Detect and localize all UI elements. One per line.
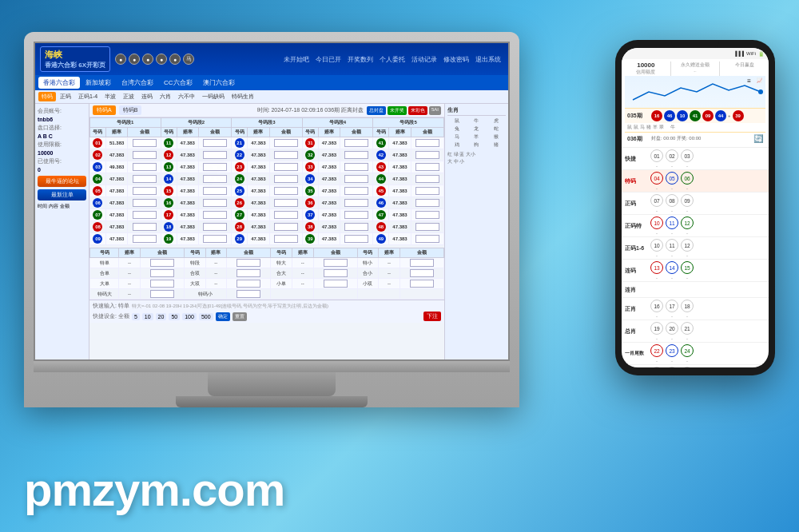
btn-sao[interactable]: 5AI — [429, 106, 441, 115]
bet-input-21[interactable] — [274, 139, 298, 147]
submenu-zb[interactable]: 正波 — [120, 92, 137, 101]
bet-input-19[interactable] — [203, 235, 227, 243]
bet-input-xdan[interactable] — [324, 280, 348, 288]
submenu-lbz[interactable]: 六不中 — [175, 92, 198, 101]
bet-input-37[interactable] — [344, 211, 368, 219]
btn-best-forum[interactable]: 最牛逼的论坛 — [38, 176, 86, 187]
bet-input-ddan[interactable] — [150, 280, 174, 288]
bet-input-11[interactable] — [203, 139, 227, 147]
bet-opt-15[interactable]: 15 .. — [681, 261, 694, 280]
nav-password[interactable]: 修改密码 — [441, 54, 471, 65]
bet-opt-20[interactable]: 20 .. — [666, 322, 678, 340]
bet-input-dsh[interactable] — [237, 280, 260, 288]
bet-input-48[interactable] — [415, 223, 439, 231]
bet-opt-26[interactable]: 26 .. — [666, 367, 678, 367]
bet-input-tda[interactable] — [324, 259, 348, 267]
tab-tm-b[interactable]: 特码B — [119, 105, 142, 115]
menu-hk[interactable]: 香港六合彩 — [38, 77, 80, 89]
bet-input-tdan[interactable] — [150, 259, 174, 267]
bet-opt-z12[interactable]: 12 .. — [681, 239, 694, 257]
bet-opt-02[interactable]: 02 .. — [666, 149, 678, 168]
nav-draw[interactable]: 开奖数列 — [345, 54, 376, 65]
amount-20[interactable]: 20 — [156, 313, 167, 320]
menu-cc[interactable]: CC六合彩 — [159, 77, 197, 89]
submenu-zm14[interactable]: 正码1-4 — [75, 92, 101, 101]
bet-input-29[interactable] — [274, 235, 298, 243]
amount-50[interactable]: 50 — [169, 313, 180, 320]
bet-opt-12[interactable]: 12 .. — [681, 216, 694, 235]
bet-opt-03[interactable]: 03 .. — [681, 149, 694, 168]
menu-sg[interactable]: 新加坡彩 — [81, 77, 116, 89]
bet-input-47[interactable] — [415, 211, 439, 219]
bet-input-14[interactable] — [203, 175, 227, 183]
bet-input-hsh[interactable] — [237, 269, 260, 277]
bet-input-35[interactable] — [344, 187, 368, 195]
submenu-lm[interactable]: 连码 — [138, 92, 156, 101]
bet-input-22[interactable] — [274, 151, 298, 159]
bet-input-42[interactable] — [415, 151, 439, 159]
bet-opt-13[interactable]: 13 .. — [650, 261, 663, 280]
bet-opt-07[interactable]: 07 .. — [650, 194, 663, 212]
submenu-ymqm[interactable]: 一码缺码 — [199, 92, 228, 101]
submenu-bbo[interactable]: 半波 — [101, 92, 119, 101]
bet-input-44[interactable] — [415, 175, 439, 183]
btn-reset-monitor[interactable]: 重置 — [233, 312, 247, 321]
menu-tw[interactable]: 台湾六合彩 — [117, 77, 158, 89]
bet-opt-19[interactable]: 19 .. — [650, 322, 663, 340]
bet-input-12[interactable] — [203, 151, 227, 159]
bet-input-hxi[interactable] — [410, 269, 434, 277]
btn-total[interactable]: 总封盘 — [367, 106, 386, 115]
bet-input-01[interactable] — [133, 139, 157, 147]
bet-input-08[interactable] — [133, 223, 157, 231]
bet-opt-21[interactable]: 21 .. — [681, 322, 694, 340]
bet-input-04[interactable] — [133, 175, 157, 183]
bet-opt-17[interactable]: 17 .. — [666, 300, 678, 318]
bet-input-hda[interactable] — [324, 269, 348, 277]
btn-ok[interactable]: 确定 — [216, 312, 230, 321]
bet-input-46[interactable] — [415, 199, 439, 207]
bet-input-13[interactable] — [203, 163, 227, 171]
bet-input-tduan[interactable] — [237, 259, 260, 267]
bet-input-32[interactable] — [344, 151, 368, 159]
bet-input-41[interactable] — [415, 139, 439, 147]
bet-opt-10[interactable]: 10 .. — [650, 216, 663, 235]
bet-opt-14[interactable]: 14 .. — [666, 261, 678, 280]
bet-input-09[interactable] — [133, 235, 157, 243]
tab-tm-a[interactable]: 特码A — [93, 105, 116, 115]
bet-input-xsh[interactable] — [410, 280, 434, 288]
btn-latest-bet[interactable]: 最新注单 — [38, 189, 86, 200]
amount-500[interactable]: 500 — [199, 313, 213, 320]
nav-commission[interactable]: 个人委托 — [377, 54, 407, 65]
menu-icon[interactable]: ≡ — [747, 77, 751, 85]
bet-opt-z11[interactable]: 11 .. — [666, 239, 678, 257]
nav-today[interactable]: 今日已开 — [313, 54, 344, 65]
bet-opt-08[interactable]: 08 .. — [666, 194, 678, 212]
menu-macao[interactable]: 澳门六合彩 — [198, 77, 240, 89]
bet-opt-z10[interactable]: 10 .. — [650, 239, 663, 257]
bet-input-18[interactable] — [203, 223, 227, 231]
nav-logout[interactable]: 退出系统 — [473, 54, 503, 65]
bet-input-26[interactable] — [274, 199, 298, 207]
bet-opt-05[interactable]: 05 .. — [666, 172, 678, 190]
bet-input-15[interactable] — [203, 187, 227, 195]
bet-opt-06[interactable]: 06 .. — [681, 172, 694, 190]
bet-input-36[interactable] — [344, 199, 368, 207]
amount-5[interactable]: 5 — [132, 313, 140, 320]
bet-input-16[interactable] — [203, 199, 227, 207]
bet-opt-11[interactable]: 11 .. — [666, 216, 678, 235]
bet-opt-27[interactable]: 27 .. — [681, 367, 694, 367]
bet-input-25[interactable] — [274, 187, 298, 195]
bet-opt-16[interactable]: 16 .. — [650, 300, 663, 318]
bet-input-tmxi[interactable] — [237, 290, 260, 298]
btn-submit[interactable]: 下注 — [423, 312, 441, 321]
bet-input-27[interactable] — [274, 211, 298, 219]
submenu-tmsx[interactable]: 特码生肖 — [229, 92, 257, 101]
bet-input-43[interactable] — [415, 163, 439, 171]
bet-opt-18[interactable]: 18 .. — [681, 300, 694, 318]
bet-input-hdan[interactable] — [150, 269, 174, 277]
bet-opt-04[interactable]: 04 .. — [650, 172, 663, 190]
bet-opt-25[interactable]: 25 .. — [650, 367, 663, 367]
bet-opt-24[interactable]: 24 .. — [681, 344, 694, 363]
bet-input-39[interactable] — [344, 235, 368, 243]
bet-input-02[interactable] — [133, 151, 157, 159]
